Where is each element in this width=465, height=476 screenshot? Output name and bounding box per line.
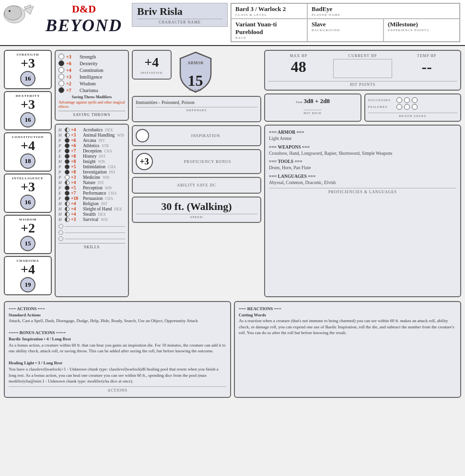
save-circle bbox=[58, 87, 64, 93]
save-value: +7 bbox=[66, 88, 78, 93]
background-label: BACKGROUND bbox=[312, 28, 379, 32]
ability-score: 16 bbox=[20, 112, 35, 128]
skill-prefix: H bbox=[58, 217, 63, 222]
skill-name: Perception bbox=[83, 186, 103, 190]
save-circle bbox=[58, 54, 64, 59]
skill-value: +4 bbox=[71, 128, 81, 132]
armor-class-label: CLASS bbox=[176, 88, 215, 92]
skill-prefix: H bbox=[58, 133, 63, 138]
header: D&D BEYOND Briv Risla CHARACTER NAME Bar… bbox=[0, 0, 465, 46]
save-item-intelligence: +3 Intelligence bbox=[58, 74, 125, 80]
standard-actions-text: Attack, Cast a Spell, Dash, Disengage, D… bbox=[9, 318, 198, 323]
class-level-label: CLASS & LEVEL bbox=[235, 13, 303, 17]
skills-list: H +4 Acrobatics DEX H +3 Animal Handling… bbox=[58, 128, 125, 222]
hp-row: Max HP 48 Current HP Temp HP -- bbox=[268, 54, 457, 79]
skill-name: Investigation bbox=[83, 170, 107, 174]
skill-item-deception: P +7 Deception CHA bbox=[58, 149, 125, 153]
hit-dice-box: Total 3d8 + 2d8 HIT DICE bbox=[264, 93, 361, 122]
skill-value: +8 bbox=[71, 159, 81, 164]
skill-indicator bbox=[65, 164, 70, 169]
skill-attr: CHA bbox=[108, 165, 116, 169]
successes-row: SUCCESSES bbox=[368, 97, 458, 103]
defenses-label: DEFENSES bbox=[136, 107, 257, 112]
save-name: Strength bbox=[80, 54, 96, 59]
save-circle bbox=[58, 60, 64, 66]
save-name: Wisdom bbox=[80, 81, 96, 86]
skill-item-stealth: H +4 Stealth DEX bbox=[58, 212, 125, 217]
ability-score: 16 bbox=[20, 71, 35, 86]
skill-attr: WIS bbox=[105, 186, 112, 190]
skill-item-survival: H +3 Survival WIS bbox=[58, 217, 125, 222]
empty-line-1 bbox=[65, 226, 125, 227]
inspiration-label: INSPIRATION bbox=[154, 134, 257, 138]
skill-attr: WIS bbox=[117, 133, 124, 138]
mid-left-column: +3 Strength +6 Dexterity +4 Constitution… bbox=[55, 50, 129, 297]
empty-circle-3 bbox=[58, 236, 63, 241]
skill-item-history: E +8 History INT bbox=[58, 154, 125, 159]
skill-indicator bbox=[65, 128, 70, 132]
save-item-dexterity: +6 Dexterity bbox=[58, 60, 125, 66]
speed-value: 30 ft. (Walking) bbox=[136, 200, 257, 213]
empty-line-3 bbox=[65, 239, 125, 239]
skill-name: Deception bbox=[83, 149, 102, 153]
class-level-value: Bard 3 / Warlock 2 bbox=[235, 5, 303, 13]
ability-score: 15 bbox=[20, 236, 35, 251]
bardic-text: As a bonus action, a creature within 60 … bbox=[9, 343, 226, 354]
skill-prefix: P bbox=[58, 164, 63, 169]
save-name: Constitution bbox=[80, 68, 103, 73]
skill-prefix: P bbox=[58, 149, 63, 153]
page: D&D BEYOND Briv Risla CHARACTER NAME Bar… bbox=[0, 0, 465, 476]
healing-title: Healing Light • 3 / Long Rest bbox=[9, 360, 62, 365]
saving-throws-footer: SAVING THROWS bbox=[58, 111, 125, 117]
empty-skill-2 bbox=[58, 230, 125, 235]
empty-skill-3 bbox=[58, 236, 125, 241]
skill-item-insight: H +8 Insight WIS bbox=[58, 159, 125, 164]
skill-attr: INT bbox=[109, 170, 116, 174]
skill-item-medicine: P +3 Medicine WIS bbox=[58, 175, 125, 180]
current-hp-input[interactable] bbox=[333, 59, 393, 78]
skill-value: +4 bbox=[71, 201, 81, 206]
tools-section: === TOOLS === Drum, Horn, Pan Flute bbox=[269, 159, 456, 172]
abilities-column: STRENGTH +3 16 DEXTERITY +3 16 CONSTITUT… bbox=[4, 50, 52, 297]
dnd-text: D&D bbox=[72, 3, 96, 15]
race-cell: Variant Yuan-ti Pureblood RACE bbox=[231, 19, 307, 42]
languages-content: Abyssal, Common, Draconic, Elvish bbox=[269, 180, 456, 186]
skill-value: +7 bbox=[71, 149, 81, 153]
skill-item-religion: H +4 Religion INT bbox=[58, 201, 125, 206]
skill-prefix: H bbox=[58, 212, 63, 217]
character-info-grid: Bard 3 / Warlock 2 CLASS & LEVEL BadEye … bbox=[231, 3, 460, 42]
standard-actions-label: Standard Actions bbox=[9, 313, 41, 317]
save-item-charisma: +7 Charisma bbox=[58, 87, 125, 93]
proficiencies-footer: PROFICIENCIES & LANGUAGES bbox=[269, 188, 456, 195]
skill-item-athletics: P +6 Athletics STR bbox=[58, 143, 125, 148]
skill-indicator bbox=[65, 217, 70, 222]
skill-indicator bbox=[65, 143, 70, 148]
empty-skill-boxes bbox=[58, 224, 125, 241]
skill-attr: CHA bbox=[109, 191, 117, 196]
skill-prefix: H bbox=[58, 128, 63, 132]
skill-prefix: E bbox=[58, 154, 63, 159]
saving-throws-box: +3 Strength +6 Dexterity +4 Constitution… bbox=[55, 50, 129, 121]
dragon-icon bbox=[2, 2, 41, 26]
bardic-title: Bardic Inspiration • 4 / Long Rest bbox=[9, 337, 71, 341]
armor-section: === ARMOR === Light Armor bbox=[269, 129, 456, 142]
hit-dice-total-label: Total bbox=[296, 100, 302, 104]
character-name-label: CHARACTER NAME bbox=[137, 19, 222, 24]
skill-value: +6 bbox=[71, 138, 81, 143]
skill-indicator bbox=[65, 212, 70, 217]
inspiration-circle bbox=[136, 129, 149, 142]
skill-item-perception: P +5 Perception WIS bbox=[58, 186, 125, 190]
max-hp-label: Max HP bbox=[268, 54, 329, 58]
hp-footer: HIT POINTS bbox=[268, 81, 457, 87]
empty-skill-1 bbox=[58, 224, 125, 229]
skill-attr: INT bbox=[99, 154, 105, 159]
skill-item-investigation: P +8 Investigation INT bbox=[58, 170, 125, 174]
skill-attr: CHA bbox=[104, 149, 112, 153]
character-name: Briv Risla bbox=[137, 5, 222, 18]
ability-modifier: +4 bbox=[6, 139, 50, 152]
cutting-text: As a reaction when a creature (that's no… bbox=[239, 318, 454, 335]
race-value: Variant Yuan-ti Pureblood bbox=[235, 21, 303, 36]
skill-indicator bbox=[65, 186, 70, 190]
skills-box: H +4 Acrobatics DEX H +3 Animal Handling… bbox=[55, 124, 129, 297]
healing-text: You have a classlevel|warlock|+1 - Unkno… bbox=[9, 367, 219, 383]
